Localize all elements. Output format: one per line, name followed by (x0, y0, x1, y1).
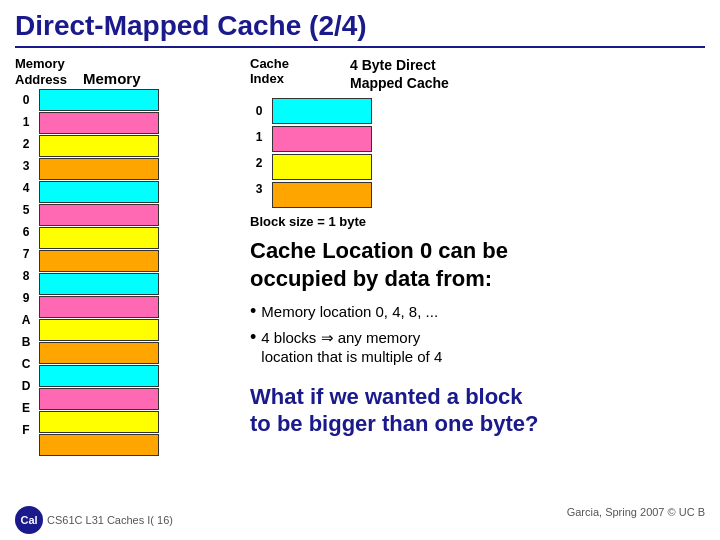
cache-idx-3: 3 (250, 176, 268, 202)
cache-section: Cache Index 4 Byte Direct Mapped Cache 0… (250, 56, 449, 229)
row-num-b: B (15, 331, 37, 353)
bullet-dot-1: • (250, 302, 256, 320)
attribution-label: Garcia, Spring 2007 © UC B (567, 506, 705, 534)
bullet-1-text: Memory location 0, 4, 8, ... (261, 302, 438, 322)
cache-index-numbers: 0 1 2 3 (250, 98, 268, 202)
bottom-question: What if we wanted a block to be bigger t… (250, 383, 705, 438)
mem-block-6 (39, 227, 159, 249)
mem-block-0 (39, 89, 159, 111)
cache-blocks (272, 98, 372, 210)
bullet-2: • 4 blocks ⇒ any memorylocation that is … (250, 328, 705, 367)
cache-index-row: 0 1 2 3 (250, 98, 449, 210)
right-section: Cache Index 4 Byte Direct Mapped Cache 0… (250, 56, 705, 457)
address-label-col: Memory Address (15, 56, 75, 87)
row-num-e: E (15, 397, 37, 419)
cache-idx-0: 0 (250, 98, 268, 124)
mem-block-a (39, 319, 159, 341)
page-container: Direct-Mapped Cache (2/4) Memory Address… (0, 0, 720, 540)
content-area: Memory Address Memory 0 1 2 3 4 5 6 7 8 (15, 56, 705, 457)
bullet-points: • Memory location 0, 4, 8, ... • 4 block… (250, 302, 705, 373)
cache-block-1 (272, 126, 372, 152)
row-numbers: 0 1 2 3 4 5 6 7 8 9 A B C D E F (15, 89, 37, 457)
cache-desc-line2: Mapped Cache (350, 74, 449, 92)
cache-idx-2: 2 (250, 150, 268, 176)
bullet-dot-2: • (250, 328, 256, 346)
bullet-2-text: 4 blocks ⇒ any memorylocation that is mu… (261, 328, 442, 367)
course-label: CS61C L31 Caches I( 16) (47, 514, 173, 526)
mem-block-3 (39, 158, 159, 180)
cache-location-line1: Cache Location 0 can be (250, 238, 508, 263)
mem-block-2 (39, 135, 159, 157)
row-num-8: 8 (15, 265, 37, 287)
row-num-f: F (15, 419, 37, 441)
cache-index-label1: Cache (250, 56, 330, 71)
memory-blocks (39, 89, 159, 457)
row-num-1: 1 (15, 111, 37, 133)
mem-block-8 (39, 273, 159, 295)
row-num-5: 5 (15, 199, 37, 221)
mem-block-b (39, 342, 159, 364)
cache-label-row: Cache Index 4 Byte Direct Mapped Cache (250, 56, 449, 92)
top-right: Cache Index 4 Byte Direct Mapped Cache 0… (250, 56, 705, 229)
left-section: Memory Address Memory 0 1 2 3 4 5 6 7 8 (15, 56, 235, 457)
row-num-d: D (15, 375, 37, 397)
row-num-2: 2 (15, 133, 37, 155)
mem-block-5 (39, 204, 159, 226)
page-title: Direct-Mapped Cache (2/4) (15, 10, 705, 48)
cache-block-3 (272, 182, 372, 208)
block-size-label: Block size = 1 byte (250, 214, 449, 229)
address-label-line2: Address (15, 72, 75, 88)
cache-desc-line1: 4 Byte Direct (350, 56, 449, 74)
bullet-1: • Memory location 0, 4, 8, ... (250, 302, 705, 322)
row-num-7: 7 (15, 243, 37, 265)
logo-circle: Cal (15, 506, 43, 534)
mem-block-d (39, 388, 159, 410)
mem-block-9 (39, 296, 159, 318)
mem-block-7 (39, 250, 159, 272)
mem-block-4 (39, 181, 159, 203)
question-line1: What if we wanted a block (250, 384, 523, 409)
cache-location-line2: occupied by data from: (250, 266, 492, 291)
footer: Cal CS61C L31 Caches I( 16) Garcia, Spri… (0, 506, 720, 534)
cache-location-text: Cache Location 0 can be occupied by data… (250, 237, 705, 292)
cache-desc: 4 Byte Direct Mapped Cache (350, 56, 449, 92)
mem-block-1 (39, 112, 159, 134)
mem-block-f (39, 434, 159, 456)
row-num-0: 0 (15, 89, 37, 111)
cache-index-label2: Index (250, 71, 330, 86)
row-num-9: 9 (15, 287, 37, 309)
mem-label-row: Memory Address Memory (15, 56, 235, 87)
address-label-line1: Memory (15, 56, 75, 72)
cache-block-2 (272, 154, 372, 180)
question-line2: to be bigger than one byte? (250, 411, 538, 436)
mem-block-c (39, 365, 159, 387)
logo-area: Cal CS61C L31 Caches I( 16) (15, 506, 173, 534)
cache-block-0 (272, 98, 372, 124)
mem-block-e (39, 411, 159, 433)
row-num-6: 6 (15, 221, 37, 243)
memory-block-label: Memory (83, 70, 141, 87)
row-num-a: A (15, 309, 37, 331)
cache-idx-1: 1 (250, 124, 268, 150)
row-num-3: 3 (15, 155, 37, 177)
memory-grid: 0 1 2 3 4 5 6 7 8 9 A B C D E F (15, 89, 235, 457)
row-num-4: 4 (15, 177, 37, 199)
row-num-c: C (15, 353, 37, 375)
